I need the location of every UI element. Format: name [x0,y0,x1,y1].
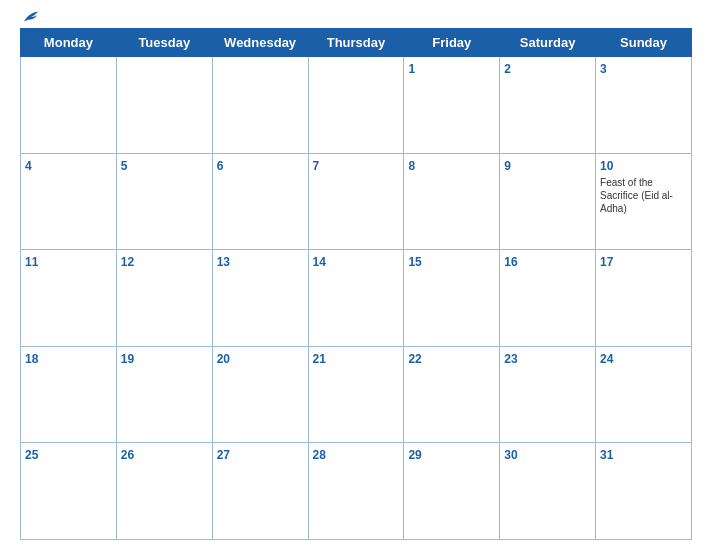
calendar-cell: 5 [116,153,212,250]
day-number: 10 [600,159,613,173]
day-header-monday: Monday [21,29,117,57]
calendar-cell: 4 [21,153,117,250]
calendar-cell [21,57,117,154]
day-number: 8 [408,159,415,173]
week-row-3: 11121314151617 [21,250,692,347]
calendar-cell: 23 [500,346,596,443]
day-number: 28 [313,448,326,462]
calendar-table: MondayTuesdayWednesdayThursdayFridaySatu… [20,28,692,540]
day-header-sunday: Sunday [596,29,692,57]
calendar-cell: 12 [116,250,212,347]
calendar-cell: 24 [596,346,692,443]
week-row-2: 45678910Feast of the Sacrifice (Eid al-A… [21,153,692,250]
day-number: 26 [121,448,134,462]
day-header-tuesday: Tuesday [116,29,212,57]
day-number: 12 [121,255,134,269]
calendar-cell: 16 [500,250,596,347]
calendar-cell: 17 [596,250,692,347]
calendar-cell: 20 [212,346,308,443]
logo-bird-icon [22,10,40,24]
calendar-cell: 3 [596,57,692,154]
calendar-cell: 14 [308,250,404,347]
day-number: 17 [600,255,613,269]
day-number: 21 [313,352,326,366]
calendar-cell: 18 [21,346,117,443]
calendar-cell: 28 [308,443,404,540]
day-number: 1 [408,62,415,76]
day-number: 24 [600,352,613,366]
day-number: 22 [408,352,421,366]
day-number: 29 [408,448,421,462]
day-header-saturday: Saturday [500,29,596,57]
logo [20,10,40,24]
calendar-cell: 31 [596,443,692,540]
calendar-cell: 29 [404,443,500,540]
calendar-cell: 22 [404,346,500,443]
calendar-cell: 6 [212,153,308,250]
week-row-1: 123 [21,57,692,154]
day-number: 16 [504,255,517,269]
day-number: 27 [217,448,230,462]
calendar-cell: 26 [116,443,212,540]
day-number: 3 [600,62,607,76]
week-row-5: 25262728293031 [21,443,692,540]
calendar-cell: 19 [116,346,212,443]
calendar-cell: 1 [404,57,500,154]
day-number: 11 [25,255,38,269]
day-number: 14 [313,255,326,269]
day-number: 9 [504,159,511,173]
day-header-wednesday: Wednesday [212,29,308,57]
calendar-cell: 27 [212,443,308,540]
day-number: 5 [121,159,128,173]
day-number: 2 [504,62,511,76]
day-number: 18 [25,352,38,366]
event-label: Feast of the Sacrifice (Eid al-Adha) [600,176,687,215]
calendar-cell: 8 [404,153,500,250]
day-number: 19 [121,352,134,366]
day-number: 23 [504,352,517,366]
calendar-cell [212,57,308,154]
calendar-cell [308,57,404,154]
day-number: 6 [217,159,224,173]
calendar-header [20,10,692,24]
day-number: 15 [408,255,421,269]
day-number: 25 [25,448,38,462]
calendar-cell: 7 [308,153,404,250]
calendar-cell: 21 [308,346,404,443]
calendar-cell: 30 [500,443,596,540]
day-number: 13 [217,255,230,269]
calendar-cell: 9 [500,153,596,250]
calendar-cell [116,57,212,154]
calendar-cell: 11 [21,250,117,347]
day-number: 31 [600,448,613,462]
calendar-cell: 2 [500,57,596,154]
calendar-cell: 13 [212,250,308,347]
day-number: 20 [217,352,230,366]
calendar-cell: 15 [404,250,500,347]
day-header-friday: Friday [404,29,500,57]
week-row-4: 18192021222324 [21,346,692,443]
calendar-cell: 10Feast of the Sacrifice (Eid al-Adha) [596,153,692,250]
calendar-cell: 25 [21,443,117,540]
day-number: 30 [504,448,517,462]
days-header-row: MondayTuesdayWednesdayThursdayFridaySatu… [21,29,692,57]
day-number: 4 [25,159,32,173]
day-number: 7 [313,159,320,173]
day-header-thursday: Thursday [308,29,404,57]
